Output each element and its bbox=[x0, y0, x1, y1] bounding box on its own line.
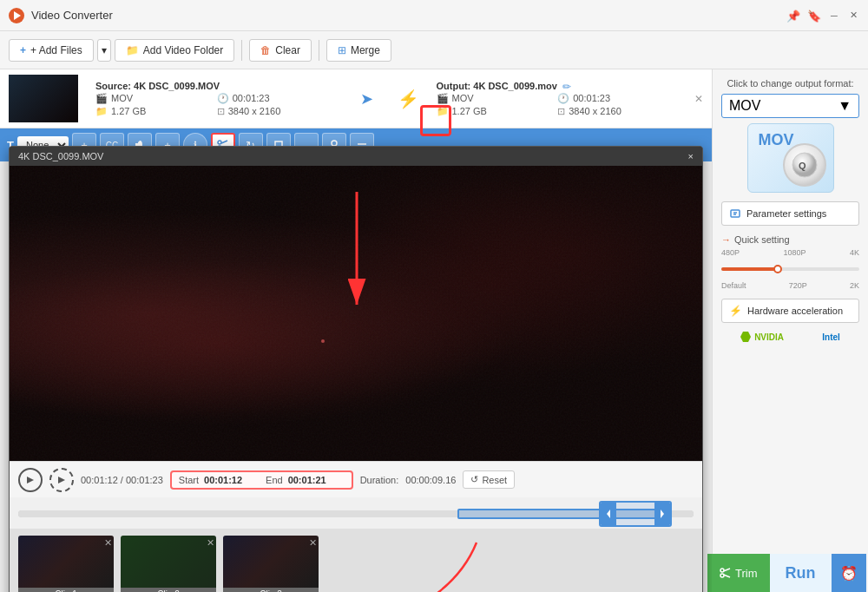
file-close-icon[interactable]: ✕ bbox=[694, 93, 703, 105]
alarm-icon: ⏰ bbox=[840, 566, 858, 581]
source-res-item: ⊡ 3840 x 2160 bbox=[217, 106, 337, 117]
folder-icon2: 📁 bbox=[95, 106, 108, 117]
bookmark-icon[interactable]: 🔖 bbox=[807, 9, 821, 22]
mov-format-icon[interactable]: MOV Q bbox=[747, 123, 834, 193]
clip-thumbnail: ✕ bbox=[223, 536, 319, 588]
quality-slider[interactable] bbox=[721, 260, 859, 278]
gpu-badges: NVIDIA Intel bbox=[721, 332, 859, 342]
close-icon[interactable]: ✕ bbox=[847, 9, 859, 21]
reset-button[interactable]: ↺ Reset bbox=[463, 470, 515, 489]
add-files-button[interactable]: + + Add Files bbox=[9, 39, 94, 62]
video-popup-close[interactable]: × bbox=[688, 151, 694, 161]
convert-arrow: ➤ bbox=[354, 89, 380, 109]
arrow-right-icon: → bbox=[721, 234, 731, 245]
format-section-label: Click to change output format: bbox=[721, 78, 859, 89]
clip-thumbnail: ✕ bbox=[18, 536, 114, 588]
app-icon bbox=[9, 8, 24, 23]
alarm-button[interactable]: ⏰ bbox=[832, 554, 866, 592]
main-content: Source: 4K DSC_0099.MOV 🎬 MOV 🕐 00:01:23… bbox=[0, 69, 868, 592]
hardware-acceleration-button[interactable]: ⚡ Hardware acceleration bbox=[721, 299, 859, 323]
duration-label: Duration: bbox=[360, 475, 399, 485]
play-alt-button[interactable] bbox=[49, 468, 74, 492]
parameter-settings-button[interactable]: Parameter settings bbox=[721, 201, 859, 226]
time-display: 00:01:12 / 00:01:23 bbox=[81, 475, 163, 485]
hw-icon: ⚡ bbox=[729, 305, 742, 317]
clip-label-row: Clip 2 00:00:19 bbox=[121, 588, 216, 592]
output-label: Output: 4K DSC_0099.mov bbox=[437, 81, 557, 91]
center-area: Source: 4K DSC_0099.MOV 🎬 MOV 🕐 00:01:23… bbox=[0, 69, 712, 592]
res-icon: ⊡ bbox=[217, 106, 225, 117]
quality-labels: Default720P2K bbox=[721, 281, 859, 290]
output-duration: 00:01:23 bbox=[573, 93, 610, 103]
clear-button[interactable]: 🗑 Clear bbox=[249, 39, 312, 62]
source-duration-item: 🕐 00:01:23 bbox=[217, 93, 337, 104]
merge-icon: ⊞ bbox=[338, 44, 346, 56]
clear-label: Clear bbox=[275, 44, 300, 56]
output-duration-item: 🕐 00:01:23 bbox=[557, 93, 677, 104]
nvidia-badge: NVIDIA bbox=[740, 332, 784, 342]
trash-icon: 🗑 bbox=[260, 44, 271, 56]
main-toolbar: + + Add Files ▾ 📁 Add Video Folder 🗑 Cle… bbox=[0, 31, 868, 69]
start-time-input[interactable] bbox=[204, 475, 260, 485]
add-folder-dropdown[interactable]: ▾ bbox=[97, 39, 111, 62]
list-item[interactable]: ✕ Clip 1 00:00:09 bbox=[18, 536, 114, 592]
clip-close-icon[interactable]: ✕ bbox=[104, 537, 112, 549]
right-arrow-icon: ➤ bbox=[360, 89, 373, 109]
video-preview-popup: 4K DSC_0099.MOV × bbox=[9, 146, 703, 592]
file-info-row: Source: 4K DSC_0099.MOV 🎬 MOV 🕐 00:01:23… bbox=[0, 69, 712, 128]
timeline-container[interactable] bbox=[10, 497, 702, 529]
svg-text:Q: Q bbox=[799, 161, 806, 171]
mov-text: MOV bbox=[759, 131, 794, 149]
clips-area: ✕ Clip 1 00:00:09 ✕ Clip 2 00:00:19 bbox=[10, 529, 702, 592]
lightning-icon: ⚡ bbox=[398, 89, 419, 109]
source-size: 1.27 GB bbox=[111, 106, 146, 116]
svg-point-1 bbox=[218, 141, 221, 144]
format-selector[interactable]: MOV ▼ bbox=[721, 94, 859, 118]
clock-icon2: 🕐 bbox=[557, 93, 569, 104]
hw-accel-label: Hardware acceleration bbox=[747, 306, 843, 316]
svg-marker-11 bbox=[27, 477, 34, 483]
clip-thumbnail: ✕ bbox=[121, 536, 216, 588]
quick-setting-label: → Quick setting bbox=[721, 234, 859, 245]
right-trim-handle[interactable] bbox=[654, 503, 670, 525]
list-item[interactable]: ✕ Clip 2 00:00:19 bbox=[121, 536, 216, 592]
video-frame bbox=[10, 166, 702, 461]
play-button[interactable] bbox=[18, 468, 43, 492]
list-item[interactable]: ✕ Clip 3 00:00:09 bbox=[223, 536, 319, 592]
duration-value: 00:00:09.16 bbox=[405, 475, 456, 485]
svg-point-22 bbox=[720, 569, 724, 572]
minimize-icon[interactable]: ─ bbox=[828, 9, 840, 21]
output-format-item: 🎬 MOV bbox=[437, 93, 556, 104]
timeline-track[interactable] bbox=[18, 510, 694, 517]
output-format: MOV bbox=[452, 93, 474, 103]
run-button[interactable]: Run bbox=[770, 554, 832, 592]
right-sidebar: Click to change output format: MOV ▼ MOV bbox=[712, 69, 868, 592]
left-trim-handle[interactable] bbox=[601, 503, 616, 525]
add-files-label: + Add Files bbox=[30, 44, 82, 56]
clip-close-icon[interactable]: ✕ bbox=[309, 537, 317, 549]
res-icon2: ⊡ bbox=[557, 106, 565, 117]
clock-icon: 🕐 bbox=[217, 93, 229, 104]
edit-icon[interactable]: ✏ bbox=[562, 81, 571, 93]
pin-icon[interactable]: 📌 bbox=[786, 9, 800, 22]
run-label: Run bbox=[786, 564, 816, 582]
clip-label-row: Clip 1 00:00:09 bbox=[18, 588, 114, 592]
format-section: Click to change output format: MOV ▼ MOV bbox=[721, 78, 859, 193]
quality-top-labels: 480P1080P4K bbox=[721, 248, 859, 257]
svg-marker-0 bbox=[14, 11, 21, 20]
output-resolution: 3840 x 2160 bbox=[569, 106, 621, 116]
action-buttons-bar: Trim Run ⏰ bbox=[707, 554, 868, 592]
quicktime-icon: Q bbox=[783, 143, 826, 187]
end-time-input[interactable] bbox=[288, 475, 345, 485]
merge-button[interactable]: ⊞ Merge bbox=[326, 39, 391, 62]
trim-time-section: Start End bbox=[170, 470, 353, 490]
add-folder-button[interactable]: 📁 Add Video Folder bbox=[115, 39, 235, 62]
dropdown-arrow-icon: ▼ bbox=[838, 98, 852, 114]
source-thumbnail bbox=[9, 75, 78, 122]
trim-handles-box[interactable] bbox=[599, 501, 672, 527]
trim-button[interactable]: Trim bbox=[707, 554, 770, 592]
output-size: 1.27 GB bbox=[452, 106, 487, 116]
source-format: MOV bbox=[111, 93, 133, 103]
clip-close-icon[interactable]: ✕ bbox=[207, 537, 214, 549]
source-format-item: 🎬 MOV bbox=[95, 93, 215, 104]
